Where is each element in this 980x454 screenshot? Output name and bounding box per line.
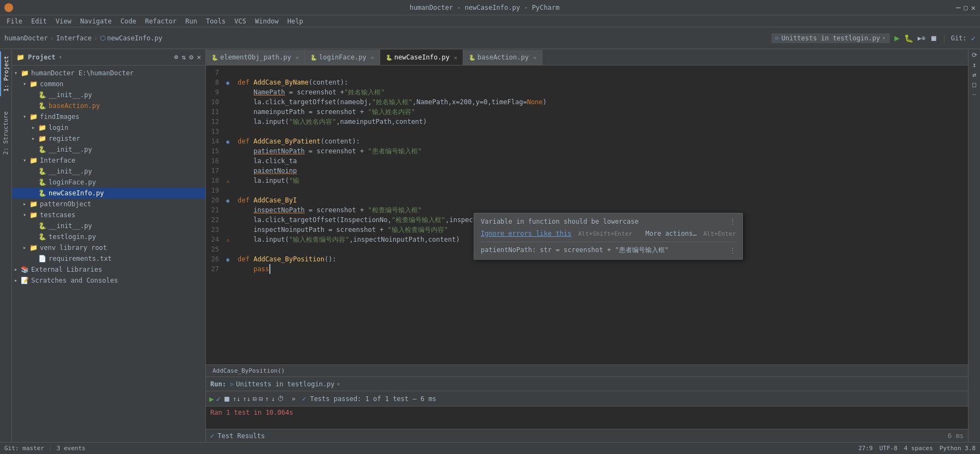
folder-icon-register: 📁 xyxy=(38,134,46,144)
tree-item-register[interactable]: ▸ 📁 register xyxy=(12,133,205,144)
git-checkmark[interactable]: ✓ xyxy=(971,34,976,43)
run-check-btn[interactable]: ✓ xyxy=(216,395,220,403)
tree-item-init1[interactable]: 🐍 __init__.py xyxy=(12,89,205,100)
menu-view[interactable]: View xyxy=(51,16,76,26)
right-tool-3[interactable]: ⇄ xyxy=(972,71,976,79)
tree-item-root[interactable]: ▾ 📁 humanDocter E:\humanDocter xyxy=(12,68,205,79)
code-editor[interactable]: 7 8 9 10 11 12 13 14 15 16 17 18 19 20 xyxy=(206,65,968,365)
menu-tools[interactable]: Tools xyxy=(202,16,230,26)
tree-item-init2[interactable]: 🐍 __init__.py xyxy=(12,144,205,155)
tab-newcaseinfo[interactable]: 🐍 newCaseInfo.py ✕ xyxy=(380,50,463,65)
run-tab-label[interactable]: ▷ Unittests in testlogin.py ✕ xyxy=(231,380,340,388)
tree-item-interface[interactable]: ▾ 📁 Interface xyxy=(12,155,205,166)
tab-close-elementobj[interactable]: ✕ xyxy=(296,55,299,61)
tree-item-init3[interactable]: 🐍 __init__.py xyxy=(12,166,205,177)
menu-edit[interactable]: Edit xyxy=(27,16,51,26)
menu-navigate[interactable]: Navigate xyxy=(76,16,116,26)
tree-item-venv[interactable]: ▸ 📁 venv library root xyxy=(12,242,205,253)
right-tool-4[interactable]: □ xyxy=(972,81,976,88)
right-tool-2[interactable]: ↕ xyxy=(972,61,976,69)
tab-close-newcaseinfo[interactable]: ✕ xyxy=(454,55,457,61)
run-coverage-icon[interactable]: ▶⊕ xyxy=(918,34,925,42)
popup-menu-icon[interactable]: ⋮ xyxy=(729,218,736,225)
run-filter-btn[interactable]: ⊟ xyxy=(253,395,257,403)
tree-item-requirements[interactable]: 📄 requirements.txt xyxy=(12,253,205,264)
tab-label-elementobj: elementObj_path.py xyxy=(220,53,291,61)
menu-refactor[interactable]: Refactor xyxy=(140,16,181,26)
popup-action2[interactable]: More actions… xyxy=(646,230,697,237)
run-up-btn[interactable]: ↑ xyxy=(265,395,269,403)
menu-vcs[interactable]: VCS xyxy=(230,16,251,26)
tree-item-testcases[interactable]: ▾ 📁 testcases xyxy=(12,210,205,220)
tree-item-common[interactable]: ▾ 📁 common xyxy=(12,79,205,89)
run-play-btn[interactable]: ▶ xyxy=(209,395,214,403)
status-python[interactable]: Python 3.8 xyxy=(940,445,976,452)
gutter-arrow-20[interactable]: ◉ xyxy=(222,195,233,205)
run-green-icon[interactable]: ▶ xyxy=(894,33,900,43)
sidebar-expand-icon[interactable]: ⇅ xyxy=(182,53,186,61)
tree-item-baseaction[interactable]: 🐍 baseAction.py xyxy=(12,100,205,111)
run-stop-btn[interactable]: ⏹ xyxy=(223,395,231,403)
tree-item-loginface[interactable]: 🐍 loginFace.py xyxy=(12,177,205,188)
gutter-arrow-26[interactable]: ◉ xyxy=(222,254,233,264)
menu-code[interactable]: Code xyxy=(116,16,141,26)
breadcrumb-sep1: › xyxy=(50,34,54,42)
tree-item-login-folder[interactable]: ▸ 📁 login xyxy=(12,122,205,133)
breadcrumb-interface[interactable]: Interface xyxy=(56,34,92,42)
run-sort2-btn[interactable]: ↑↓ xyxy=(243,395,250,403)
line-num-15: 15 xyxy=(206,146,222,156)
tree-item-newcaseinfo[interactable]: 🐍 newCaseInfo.py xyxy=(12,188,205,199)
tree-item-testlogin[interactable]: 🐍 testlogin.py xyxy=(12,231,205,242)
run-down-btn[interactable]: ↓ xyxy=(271,395,275,403)
popup-code-more-icon[interactable]: ⋮ xyxy=(729,247,736,254)
run-filter2-btn[interactable]: ⊟ xyxy=(259,395,263,403)
run-config-selector[interactable]: ▷ Unittests in testlogin.py ▾ xyxy=(771,33,890,43)
breadcrumb-project[interactable]: humanDocter xyxy=(4,34,48,42)
sidebar-locate-icon[interactable]: ⊕ xyxy=(174,53,179,61)
gutter-warn-18[interactable]: ⚠ xyxy=(222,176,233,186)
tree-label-root: humanDocter E:\humanDocter xyxy=(31,68,134,78)
gutter-arrow-14[interactable]: ◉ xyxy=(222,136,233,146)
tree-label-loginface: loginFace.py xyxy=(49,177,96,187)
status-encoding[interactable]: UTF-8 xyxy=(879,445,898,452)
debug-icon[interactable]: 🐛 xyxy=(904,34,913,43)
gutter-warn-24[interactable]: ⚠ xyxy=(222,235,233,244)
left-tab-project[interactable]: 1: Project xyxy=(0,51,11,96)
sidebar-settings-icon[interactable]: ⚙ xyxy=(189,53,193,61)
tab-loginface[interactable]: 🐍 loginFace.py ✕ xyxy=(305,50,380,65)
close-icon[interactable]: ✕ xyxy=(971,3,976,12)
tree-item-init4[interactable]: 🐍 __init__.py xyxy=(12,220,205,231)
tree-item-scratches[interactable]: ▸ 📝 Scratches and Consoles xyxy=(12,275,205,286)
popup-action1[interactable]: Ignore errors like this xyxy=(481,230,571,237)
tree-item-pattern[interactable]: ▸ 📁 patternObject xyxy=(12,199,205,210)
menu-file[interactable]: File xyxy=(2,16,27,26)
run-clock-btn[interactable]: ⏱ xyxy=(278,395,284,403)
tab-baseaction[interactable]: 🐍 baseAction.py ✕ xyxy=(463,50,542,65)
tree-label-init2: __init__.py xyxy=(49,145,92,154)
tab-close-loginface[interactable]: ✕ xyxy=(371,55,374,61)
run-tab-close[interactable]: ✕ xyxy=(337,381,340,387)
status-git[interactable]: Git: master xyxy=(4,445,44,452)
sidebar-close-icon[interactable]: ✕ xyxy=(197,53,201,61)
status-line-col[interactable]: 27:9 xyxy=(858,445,873,452)
test-results-label[interactable]: Test Results xyxy=(217,432,265,440)
run-sort1-btn[interactable]: ↑↓ xyxy=(233,395,240,403)
tab-close-baseaction[interactable]: ✕ xyxy=(533,55,536,61)
status-indent[interactable]: 4 spaces xyxy=(904,445,933,452)
maximize-icon[interactable]: □ xyxy=(964,4,967,11)
left-tab-structure[interactable]: 2: Structure xyxy=(1,107,11,159)
stop-icon[interactable]: ⏹ xyxy=(930,34,937,43)
minimize-icon[interactable]: ─ xyxy=(956,3,960,12)
tab-elementobj[interactable]: 🐍 elementObj_path.py ✕ xyxy=(206,50,305,65)
right-tool-1[interactable]: ⟳ xyxy=(972,51,977,59)
menu-window[interactable]: Window xyxy=(251,16,283,26)
tree-item-extlibs[interactable]: ▸ 📚 External Libraries xyxy=(12,264,205,275)
run-config-dropdown-icon[interactable]: ▾ xyxy=(882,35,885,41)
menu-help[interactable]: Help xyxy=(283,16,308,26)
menu-run[interactable]: Run xyxy=(181,16,202,26)
gutter-arrow-8[interactable]: ◉ xyxy=(222,77,233,87)
sidebar-dropdown-icon[interactable]: ▾ xyxy=(59,54,62,60)
tree-item-findimages[interactable]: ▾ 📁 findImages xyxy=(12,111,205,122)
test-pass-icon: ✓ xyxy=(210,432,214,440)
right-tool-5[interactable]: — xyxy=(972,91,976,98)
